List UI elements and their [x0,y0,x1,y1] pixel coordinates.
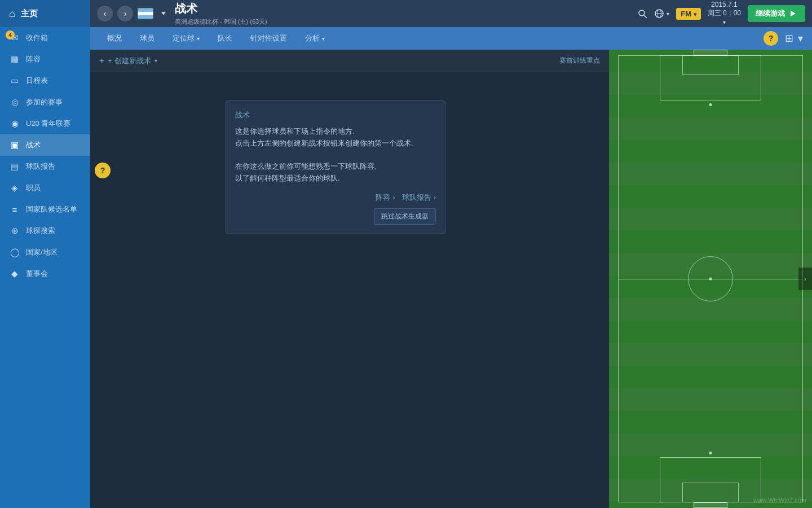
sidebar-item-u20[interactable]: ◉ U20 青年联赛 [0,113,90,134]
analysis-chevron: ▾ [322,36,325,42]
page-subtitle: 美洲超级德比杯 - 韩国 (主) (63天) [175,17,267,26]
board-icon: ◆ [9,269,20,279]
page-title-group: 战术 美洲超级德比杯 - 韩国 (主) (63天) [173,1,267,26]
u20-icon: ◉ [9,119,20,129]
sidebar-item-inbox[interactable]: 4 ✉ 收件箱 [0,27,90,49]
svg-marker-0 [161,12,166,15]
sidebar-item-label: 参加的赛事 [26,97,63,107]
home-icon: ⌂ [9,8,15,20]
tactics-toolbar: + + 创建新战术 ▾ 赛前训练重点 [90,50,609,72]
sidebar-item-label: 日程表 [26,76,48,86]
forward-button[interactable]: › [117,6,133,21]
sidebar-item-national-list[interactable]: ≡ 国家队候选名单 [0,199,90,220]
tab-analysis[interactable]: 分析 ▾ [297,30,333,47]
sidebar-item-competitions[interactable]: ◎ 参加的赛事 [0,91,90,113]
formation-icon: ▦ [9,54,20,64]
sidebar-item-team-report[interactable]: ▤ 球队报告 [0,156,90,177]
trophy-icon: ◎ [9,97,20,107]
formation-link[interactable]: 阵容 › [376,192,395,203]
svg-point-1 [639,10,645,16]
formation-link-label: 阵容 [376,192,390,203]
sidebar-item-scout[interactable]: ⊕ 球探搜索 [0,220,90,242]
pitch-top-goal-area [682,55,739,75]
tab-overview[interactable]: 概况 [99,30,130,47]
subtab-expand-button[interactable]: ⊞ [785,32,793,45]
subtab-help-button[interactable]: ? [764,31,778,46]
pitch-bot-penalty-spot [709,452,712,454]
help-line-1: 这是你选择球员和下场上指令的地方. [235,126,436,138]
globe-icon [654,8,664,19]
tab-label: 分析 [305,33,320,43]
plus-icon: + [99,56,104,66]
sidebar-item-board[interactable]: ◆ 董事会 [0,263,90,284]
help-popup-title: 战术 [235,110,436,120]
sidebar-home-label: 主页 [21,8,38,19]
create-tactic-chevron: ▾ [155,58,157,64]
subtab-chevron-button[interactable]: ▾ [798,32,803,45]
back-button[interactable]: ‹ [97,6,113,21]
skip-button[interactable]: 跳过战术生成器 [374,208,436,225]
main-content: + + 创建新战术 ▾ 赛前训练重点 ? 战术 这是你选择球员和下场上指令的地方… [90,50,812,508]
weekday-value: 周三 0：00 [708,9,741,18]
flag-chevron-icon [159,9,168,18]
tactics-icon: ▣ [9,140,20,150]
list-icon: ≡ [9,205,20,214]
sidebar-item-label: 阵容 [26,54,41,64]
search-button[interactable] [637,8,647,19]
pitch-bot-goal-area [682,483,739,502]
date-chevron: ▾ [723,19,726,25]
tab-players[interactable]: 球员 [132,30,162,47]
globe-button[interactable]: ▾ [654,8,669,19]
search-icon [637,8,647,19]
setpiece-chevron: ▾ [197,36,200,42]
help-popup: 战术 这是你选择球员和下场上指令的地方. 点击上方左侧的创建新战术按钮来创建你的… [226,100,445,234]
subtabs-bar: 概况 球员 定位球 ▾ 队长 针对性设置 分析 ▾ ? ⊞ ▾ [90,27,812,50]
create-tactic-label: + 创建新战术 [108,56,151,66]
create-tactic-button[interactable]: + + 创建新战术 ▾ [99,56,157,66]
region-icon: ◯ [9,247,20,257]
help-popup-links: 阵容 › 球队报告 › [235,192,436,203]
continue-label: 继续游戏 [756,8,785,19]
tab-manager[interactable]: 队长 [210,30,240,47]
search-icon: ⊕ [9,226,20,236]
sidebar-home[interactable]: ⌂ 主页 [0,0,90,27]
football-pitch-panel: › www.WinWin7.com [609,50,812,508]
pitch-center-dot [709,278,712,281]
left-help-button[interactable]: ? [95,163,111,178]
sidebar-item-schedule[interactable]: ▭ 日程表 [0,70,90,91]
date-value: 2015.7.1 [708,1,741,10]
sidebar-item-label: U20 青年联赛 [26,119,70,129]
link-chevron: › [434,193,436,202]
sidebar-item-formation[interactable]: ▦ 阵容 [0,49,90,70]
schedule-icon: ▭ [9,76,20,86]
play-icon [788,9,797,18]
sidebar-item-label: 国家/地区 [26,247,58,257]
help-line-4: 以了解何种阵型最适合你的球队. [235,173,436,185]
sidebar-item-staff[interactable]: ◈ 职员 [0,177,90,199]
sidebar-item-tactics[interactable]: ▣ 战术 [0,134,90,156]
help-line-3: 在你这么做之前你可能想熟悉一下球队阵容, [235,161,436,173]
tab-label: 定位球 [173,33,195,43]
tab-label: 概况 [107,33,122,43]
topbar-right: ▾ FM ▾ 2015.7.1 周三 0：00 ▾ 继续游戏 [637,1,805,27]
team-report-link[interactable]: 球队报告 › [402,192,436,203]
pitch-expand-button[interactable]: › [798,268,812,290]
sidebar-item-region[interactable]: ◯ 国家/地区 [0,242,90,263]
report-icon: ▤ [9,161,20,172]
tab-label: 队长 [218,33,232,43]
left-panel: + + 创建新战术 ▾ 赛前训练重点 ? 战术 这是你选择球员和下场上指令的地方… [90,50,609,508]
sidebar-item-label: 收件箱 [26,33,48,43]
fm-menu-button[interactable]: FM ▾ [676,8,700,20]
date-display: 2015.7.1 周三 0：00 ▾ [708,1,741,27]
tab-instructions[interactable]: 针对性设置 [242,30,295,47]
prematch-link[interactable]: 赛前训练重点 [559,56,600,65]
subtab-right-controls: ⊞ ▾ [785,32,803,45]
topbar: ‹ › 战术 美洲超级德比杯 - 韩国 (主) (63天) ▾ FM ▾ 201… [90,0,812,27]
svg-marker-6 [791,11,796,16]
fm-chevron: ▾ [694,11,696,17]
continue-button[interactable]: 继续游戏 [748,5,805,22]
pitch-bot-goal [694,502,727,508]
page-title: 战术 [175,1,267,16]
tab-setpiece[interactable]: 定位球 ▾ [165,30,208,47]
watermark: www.WinWin7.com [753,497,806,503]
